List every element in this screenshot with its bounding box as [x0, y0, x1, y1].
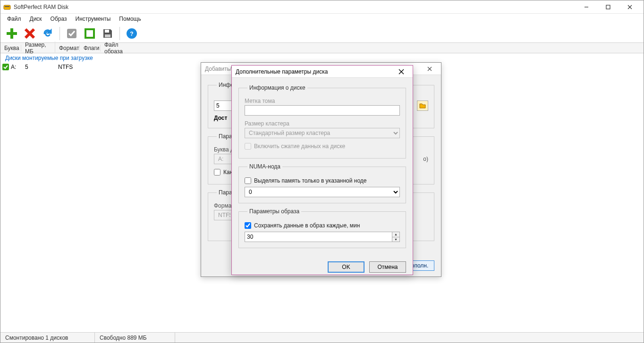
col-letter[interactable]: Буква: [0, 45, 21, 51]
numa-check-label: Выделять память только в указанной ноде: [254, 177, 367, 184]
status-bar: Смонтировано 1 дисков Свободно 889 МБ: [0, 332, 644, 343]
status-mounted: Смонтировано 1 дисков: [0, 333, 95, 343]
advanced-params-dialog: Дополнительные параметры диска Информаци…: [231, 65, 413, 275]
ok-button[interactable]: OK: [328, 261, 364, 273]
cell-format: NTFS: [56, 64, 83, 70]
compress-label: Включить сжатие данных на диске: [254, 143, 345, 150]
dialog-close-button[interactable]: [422, 64, 437, 74]
save-interval-input[interactable]: [245, 232, 392, 242]
fieldset-image-params: Параметры образа Сохранять данные в обра…: [238, 208, 406, 248]
volume-label-input[interactable]: [245, 105, 400, 116]
mount-button[interactable]: [82, 26, 97, 41]
close-button[interactable]: [619, 0, 641, 14]
menu-file[interactable]: Файл: [3, 15, 25, 23]
svg-rect-0: [4, 5, 10, 9]
col-size[interactable]: Размер, МБ: [21, 42, 55, 55]
cluster-size-select[interactable]: Стандартный размер кластера: [245, 128, 400, 138]
save-every-checkbox[interactable]: [245, 222, 251, 229]
menu-disk[interactable]: Диск: [26, 15, 46, 23]
group-boot-mount[interactable]: Диски монтируемые при загрузке: [0, 53, 644, 63]
as-checkbox[interactable]: [214, 169, 220, 176]
minimize-button[interactable]: [576, 0, 597, 14]
svg-rect-12: [105, 30, 109, 33]
numa-legend: NUMA-нода: [247, 163, 282, 170]
compress-checkbox[interactable]: [245, 143, 251, 150]
disk-info-legend: Информация о диске: [247, 84, 307, 91]
adv-dialog-close-button[interactable]: [394, 67, 409, 76]
add-button[interactable]: [4, 26, 19, 41]
compress-row[interactable]: Включить сжатие данных на диске: [245, 143, 400, 150]
app-icon: [3, 3, 11, 11]
save-every-label: Сохранять данные в образ каждые, мин: [254, 222, 360, 229]
col-flags[interactable]: Флаги: [80, 45, 101, 51]
save-every-row[interactable]: Сохранять данные в образ каждые, мин: [245, 222, 400, 229]
adv-dialog-title-bar[interactable]: Дополнительные параметры диска: [232, 66, 413, 78]
numa-check-row[interactable]: Выделять память только в указанной ноде: [245, 177, 400, 184]
status-free: Свободно 889 МБ: [95, 333, 175, 343]
spinner-buttons: ▲ ▼: [392, 232, 400, 242]
adv-dialog-body: Информация о диске Метка тома Размер кла…: [232, 78, 413, 257]
cancel-button[interactable]: Отмена: [369, 261, 406, 273]
col-format[interactable]: Формат: [55, 45, 80, 51]
app-title: SoftPerfect RAM Disk: [14, 4, 576, 10]
spin-up[interactable]: ▲: [392, 232, 399, 237]
refresh-button[interactable]: [40, 26, 55, 41]
browse-button[interactable]: [417, 100, 428, 111]
toolbar-separator-2: [119, 27, 120, 40]
menu-tools[interactable]: Инструменты: [72, 15, 115, 23]
fieldset-numa: NUMA-нода Выделять память только в указа…: [238, 163, 406, 203]
window-buttons: [576, 0, 641, 14]
svg-rect-11: [85, 29, 94, 38]
svg-text:?: ?: [130, 31, 133, 37]
apply-button[interactable]: [64, 26, 79, 41]
svg-rect-7: [7, 32, 17, 35]
volume-label-label: Метка тома: [245, 98, 400, 104]
numa-checkbox[interactable]: [245, 177, 251, 184]
fieldset-disk-info: Информация о диске Метка тома Размер кла…: [238, 84, 406, 159]
check-icon: [2, 64, 9, 70]
remove-button[interactable]: [22, 26, 37, 41]
svg-rect-3: [606, 5, 610, 9]
cell-size: 5: [23, 64, 56, 70]
menu-image[interactable]: Образ: [47, 15, 71, 23]
svg-rect-13: [105, 34, 110, 37]
cluster-size-label: Размер кластера: [245, 120, 400, 127]
adv-dialog-button-row: OK Отмена: [232, 257, 413, 277]
toolbar: ?: [0, 24, 644, 43]
list-header: Буква Размер, МБ Формат Флаги Файл образ…: [0, 43, 644, 53]
image-params-legend: Параметры образа: [247, 208, 301, 215]
svg-rect-1: [5, 6, 9, 7]
menu-help[interactable]: Помощь: [115, 15, 144, 23]
svg-rect-16: [2, 64, 9, 70]
adv-dialog-title: Дополнительные параметры диска: [236, 68, 328, 75]
title-bar: SoftPerfect RAM Disk: [0, 0, 644, 14]
menu-bar: Файл Диск Образ Инструменты Помощь: [0, 14, 644, 24]
col-imagefile[interactable]: Файл образа: [101, 42, 138, 55]
maximize-button[interactable]: [597, 0, 619, 14]
help-button[interactable]: ?: [124, 26, 139, 41]
toolbar-separator: [59, 27, 60, 40]
cell-letter: A:: [9, 64, 23, 70]
save-button[interactable]: [100, 26, 115, 41]
spin-down[interactable]: ▼: [392, 237, 399, 242]
save-interval-spinner: ▲ ▼: [245, 232, 400, 242]
numa-node-select[interactable]: 0: [245, 187, 400, 197]
o-paren-text: о): [423, 156, 428, 162]
